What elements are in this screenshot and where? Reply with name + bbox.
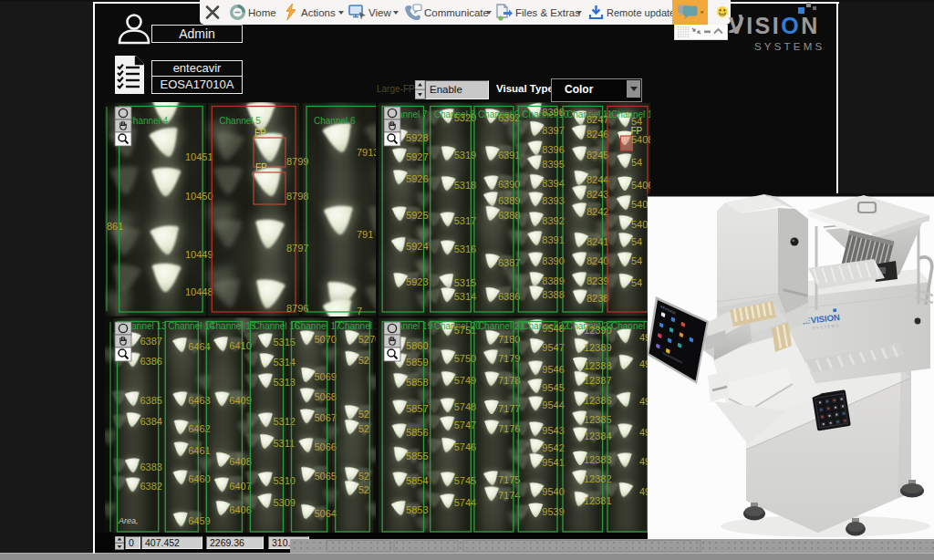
svg-text:52: 52: [358, 355, 369, 366]
svg-text:5313: 5313: [273, 377, 295, 388]
svg-text:5315: 5315: [273, 337, 295, 347]
svg-text:5745: 5745: [453, 475, 475, 486]
svg-text:52: 52: [358, 423, 369, 434]
svg-text:Channel 16: Channel 16: [253, 321, 300, 331]
svg-text:Channel 4: Channel 4: [127, 116, 169, 126]
svg-text:FP: FP: [255, 162, 267, 172]
svg-text:8390: 8390: [542, 255, 564, 266]
svg-text:9539: 9539: [542, 506, 564, 517]
svg-text:6387: 6387: [140, 336, 162, 347]
svg-text:8238: 8238: [586, 293, 608, 304]
svg-text:Channel 5: Channel 5: [219, 116, 261, 126]
svg-text:8392: 8392: [542, 215, 564, 226]
svg-text:10451: 10451: [185, 151, 213, 162]
svg-text:5855: 5855: [406, 451, 428, 461]
svg-text:540: 540: [631, 219, 648, 230]
svg-text:8391: 8391: [542, 234, 564, 245]
svg-text:10449: 10449: [185, 249, 213, 260]
svg-text:5067: 5067: [315, 412, 337, 423]
svg-text:8240: 8240: [586, 255, 608, 266]
svg-text:6464: 6464: [188, 341, 210, 352]
svg-text:9540: 9540: [542, 486, 564, 497]
svg-text:Channel 24: Channel 24: [611, 321, 650, 331]
svg-text:6407: 6407: [229, 481, 251, 492]
svg-text:8796: 8796: [286, 303, 308, 314]
svg-text:6383: 6383: [140, 461, 162, 472]
svg-text:5853: 5853: [406, 504, 428, 515]
svg-text:Channel 14: Channel 14: [168, 321, 215, 331]
svg-text:5854: 5854: [406, 475, 428, 486]
svg-text:8395: 8395: [542, 159, 564, 170]
svg-text:8393: 8393: [542, 195, 564, 206]
svg-text:5859: 5859: [406, 357, 428, 368]
svg-text:5857: 5857: [406, 403, 428, 414]
svg-text:9548: 9548: [542, 323, 564, 334]
svg-text:6384: 6384: [140, 416, 162, 427]
svg-text:8797: 8797: [286, 243, 308, 254]
svg-text:7174: 7174: [497, 490, 519, 501]
svg-text:5751: 5751: [453, 325, 475, 336]
svg-text:5747: 5747: [453, 420, 475, 430]
svg-text:52: 52: [358, 409, 369, 420]
svg-text:54: 54: [631, 277, 642, 288]
svg-text:5925: 5925: [406, 210, 428, 221]
svg-text:7913: 7913: [357, 147, 376, 158]
svg-text:FP: FP: [254, 128, 266, 138]
svg-text:5746: 5746: [453, 441, 475, 452]
svg-text:5408: 5408: [631, 134, 650, 145]
svg-text:6460: 6460: [188, 473, 210, 484]
svg-text:9546: 9546: [542, 364, 564, 375]
svg-text:Channel 15: Channel 15: [209, 321, 256, 331]
svg-text:9541: 9541: [542, 457, 564, 468]
svg-text:10450: 10450: [185, 191, 213, 202]
svg-text:8394: 8394: [542, 178, 564, 189]
svg-text:6390: 6390: [497, 179, 519, 190]
svg-text:6406: 6406: [229, 504, 251, 515]
svg-text:8247: 8247: [586, 114, 608, 125]
svg-text:8239: 8239: [586, 275, 608, 286]
svg-text:8241: 8241: [586, 236, 608, 247]
svg-text:5066: 5066: [315, 441, 337, 452]
svg-text:5270: 5270: [358, 334, 376, 345]
svg-text:52: 52: [358, 471, 369, 482]
svg-text:5317: 5317: [453, 215, 475, 226]
svg-text:7175: 7175: [497, 474, 519, 485]
svg-text:5315: 5315: [453, 277, 475, 288]
svg-text:5070: 5070: [315, 334, 337, 345]
svg-text:9543: 9543: [542, 425, 564, 436]
svg-text:5748: 5748: [453, 401, 475, 412]
svg-text:8245: 8245: [586, 150, 608, 161]
svg-text:5750: 5750: [453, 353, 475, 364]
svg-text:7177: 7177: [497, 403, 519, 414]
svg-text:5860: 5860: [406, 340, 428, 351]
svg-text:54: 54: [631, 255, 642, 266]
svg-text:6387: 6387: [497, 257, 519, 268]
svg-text:5068: 5068: [315, 391, 337, 402]
svg-text:8389: 8389: [542, 275, 564, 286]
svg-text:6388: 6388: [497, 210, 519, 221]
svg-text:Channel 17: Channel 17: [295, 321, 342, 331]
svg-text:8243: 8243: [586, 189, 608, 200]
svg-text:6386: 6386: [497, 291, 519, 302]
svg-text:6385: 6385: [140, 395, 162, 406]
svg-text:9544: 9544: [542, 399, 564, 410]
svg-text:8388: 8388: [542, 289, 564, 300]
svg-text:5319: 5319: [453, 150, 475, 161]
svg-text:7176: 7176: [497, 423, 519, 434]
svg-text:6461: 6461: [188, 445, 210, 456]
svg-text:5314: 5314: [453, 291, 475, 302]
svg-text:6382: 6382: [140, 481, 162, 492]
svg-text:6386: 6386: [140, 356, 162, 367]
svg-text:7180: 7180: [497, 334, 519, 345]
svg-text:6409: 6409: [229, 395, 251, 406]
svg-text:5856: 5856: [406, 427, 428, 438]
svg-text:54: 54: [631, 157, 642, 168]
svg-text:10448: 10448: [185, 286, 213, 297]
svg-text:5309: 5309: [273, 497, 295, 508]
svg-text:6459: 6459: [188, 515, 210, 526]
svg-text:6392: 6392: [497, 112, 519, 123]
svg-text:52: 52: [358, 484, 369, 495]
svg-text:5069: 5069: [315, 371, 337, 382]
svg-text:5927: 5927: [406, 151, 428, 162]
svg-text:5316: 5316: [453, 244, 475, 254]
